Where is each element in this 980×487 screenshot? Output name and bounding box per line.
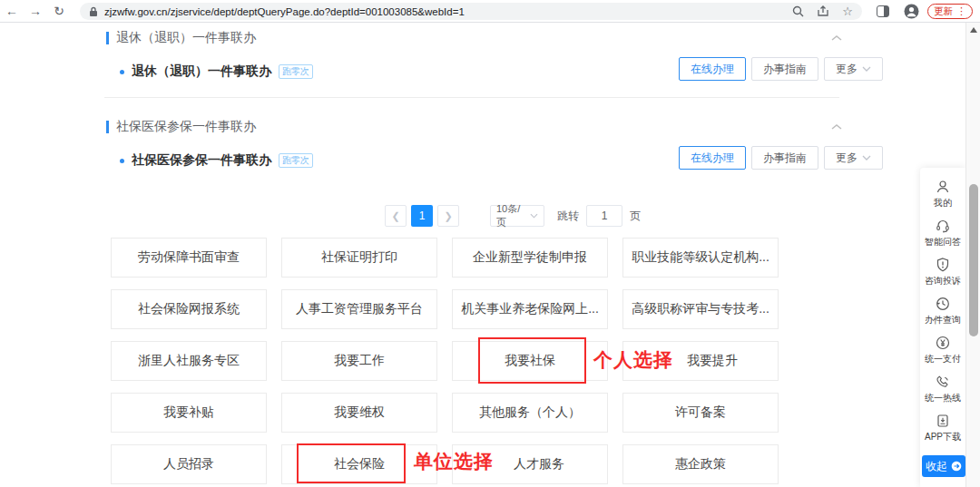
action-buttons-retirement: 在线办理 办事指南 更多: [679, 57, 883, 81]
service-guide-button[interactable]: 办事指南: [751, 57, 818, 81]
service-cell[interactable]: 许可备案: [622, 393, 779, 433]
sidebar-item-smart-qa[interactable]: 智能问答: [920, 214, 965, 253]
profile-avatar-icon[interactable]: [904, 4, 919, 19]
yuan-circle-icon: [935, 335, 951, 351]
chrome-update-button[interactable]: 更新 ⋮: [927, 4, 973, 19]
service-cell-shehuibaoxian[interactable]: 社会保险: [281, 444, 437, 484]
jump-label: 跳转: [557, 209, 579, 224]
pagination: ❮ 1 ❯ 10条/页 跳转 页: [385, 205, 641, 227]
sidebar-item-case-query[interactable]: 办件查询: [920, 292, 965, 331]
side-panel-icon[interactable]: [877, 5, 889, 17]
address-bar[interactable]: zjzwfw.gov.cn/zjservice/dept/deptQueryPa…: [80, 3, 862, 20]
service-cell[interactable]: 我要提升: [622, 341, 779, 381]
jump-page-input[interactable]: [586, 205, 622, 227]
service-item-title[interactable]: 退休（退职）一件事联办: [132, 63, 271, 80]
zero-trip-badge: 跑零次: [279, 153, 313, 168]
browser-toolbar: ← → ↻ zjzwfw.gov.cn/zjservice/dept/deptQ…: [0, 0, 980, 23]
share-icon[interactable]: [817, 5, 829, 17]
back-icon[interactable]: ←: [0, 5, 24, 17]
service-cell[interactable]: 人员招录: [111, 444, 267, 484]
service-item-retirement[interactable]: 退休（退职）一件事联办 跑零次: [120, 63, 313, 80]
service-cell[interactable]: 企业新型学徒制申报: [452, 238, 608, 278]
service-cell[interactable]: 我要工作: [281, 341, 437, 381]
current-page-button[interactable]: 1: [411, 205, 433, 227]
service-item-title[interactable]: 社保医保参保一件事联办: [132, 152, 271, 169]
service-cell-wyshebao[interactable]: 我要社保: [452, 341, 608, 381]
service-item-shebao[interactable]: 社保医保参保一件事联办 跑零次: [120, 152, 313, 169]
more-label: 更多: [836, 62, 858, 77]
service-cell[interactable]: 惠企政策: [622, 444, 779, 484]
section-collapse-icon[interactable]: [831, 123, 842, 131]
section-accent-bar: [106, 32, 109, 44]
sidebar-item-unified-hotline[interactable]: 统一热线: [920, 370, 965, 409]
update-label: 更新: [934, 5, 953, 18]
lock-icon: [89, 6, 98, 17]
page-unit-label: 页: [630, 209, 641, 224]
online-handle-button[interactable]: 在线办理: [679, 57, 746, 81]
more-button[interactable]: 更多: [824, 57, 883, 81]
refresh-icon[interactable]: ↻: [47, 5, 71, 17]
chevron-down-icon: [862, 155, 871, 161]
service-cell[interactable]: 高级职称评审与专技考...: [622, 289, 779, 329]
bullet-icon: [120, 159, 124, 163]
forward-icon[interactable]: →: [24, 5, 47, 17]
service-cell[interactable]: 社保证明打印: [281, 238, 437, 278]
sidebar-collapse-button[interactable]: 收起: [922, 455, 965, 477]
service-cell[interactable]: 我要补贴: [111, 393, 267, 433]
sidebar-item-consult-complaint[interactable]: 咨询投诉: [920, 253, 965, 292]
service-cell[interactable]: 劳动保障书面审查: [111, 238, 267, 278]
more-label: 更多: [836, 151, 858, 166]
section-title-shebao: 社保医保参保一件事联办: [106, 119, 256, 135]
action-buttons-shebao: 在线办理 办事指南 更多: [679, 146, 883, 170]
chevron-down-icon: [530, 213, 538, 219]
sidebar-item-unified-payment[interactable]: 统一支付: [920, 331, 965, 370]
section-title-text: 社保医保参保一件事联办: [116, 119, 256, 135]
url-text[interactable]: zjzwfw.gov.cn/zjservice/dept/deptQueryPa…: [104, 6, 779, 17]
arrow-right-circle-icon: [951, 461, 962, 472]
bullet-icon: [120, 70, 124, 74]
zero-trip-badge: 跑零次: [279, 64, 313, 79]
zoom-icon[interactable]: [792, 5, 804, 17]
shield-alert-icon: [935, 257, 951, 273]
page-scrollbar[interactable]: [965, 23, 980, 487]
history-icon: [935, 296, 951, 312]
page-size-value: 10条/页: [496, 202, 530, 229]
browser-window: ← → ↻ zjzwfw.gov.cn/zjservice/dept/deptQ…: [0, 0, 980, 487]
user-icon: [935, 179, 951, 195]
chevron-down-icon: [862, 66, 871, 72]
service-cell[interactable]: 其他服务（个人）: [452, 393, 608, 433]
section-title-text: 退休（退职）一件事联办: [116, 30, 256, 46]
scrollbar-thumb[interactable]: [969, 184, 978, 336]
headset-icon: [935, 218, 951, 234]
service-cell[interactable]: 我要维权: [281, 393, 437, 433]
prev-page-button[interactable]: ❮: [385, 205, 407, 227]
service-cell[interactable]: 人才服务: [452, 444, 608, 484]
phone-icon: [935, 374, 951, 390]
service-cell[interactable]: 机关事业养老保险网上...: [452, 289, 608, 329]
more-button[interactable]: 更多: [824, 146, 883, 170]
page-size-select[interactable]: 10条/页: [490, 205, 544, 227]
next-page-button[interactable]: ❯: [437, 205, 459, 227]
online-handle-button[interactable]: 在线办理: [679, 146, 746, 170]
section-collapse-icon[interactable]: [831, 34, 842, 42]
sidebar-item-app-download[interactable]: APP下载: [920, 409, 965, 448]
service-cell[interactable]: 人事工资管理服务平台: [281, 289, 437, 329]
service-cell[interactable]: 浙里人社服务专区: [111, 341, 267, 381]
service-guide-button[interactable]: 办事指南: [751, 146, 818, 170]
section-accent-bar: [106, 121, 109, 133]
sidebar-item-mine[interactable]: 我的: [920, 175, 965, 214]
menu-dots-icon: ⋮: [956, 6, 966, 16]
section-title-retirement: 退休（退职）一件事联办: [106, 30, 256, 46]
scroll-up-arrow-icon[interactable]: [970, 27, 977, 33]
app-download-icon: [935, 413, 951, 429]
service-cell[interactable]: 职业技能等级认定机构...: [622, 238, 779, 278]
floating-sidebar: 我的 智能问答 咨询投诉 办件查询 统一支付 统一热线 APP下载: [920, 168, 965, 487]
section-divider: [104, 97, 839, 98]
service-cell[interactable]: 社会保险网报系统: [111, 289, 267, 329]
bookmark-star-icon[interactable]: ☆: [842, 5, 853, 18]
